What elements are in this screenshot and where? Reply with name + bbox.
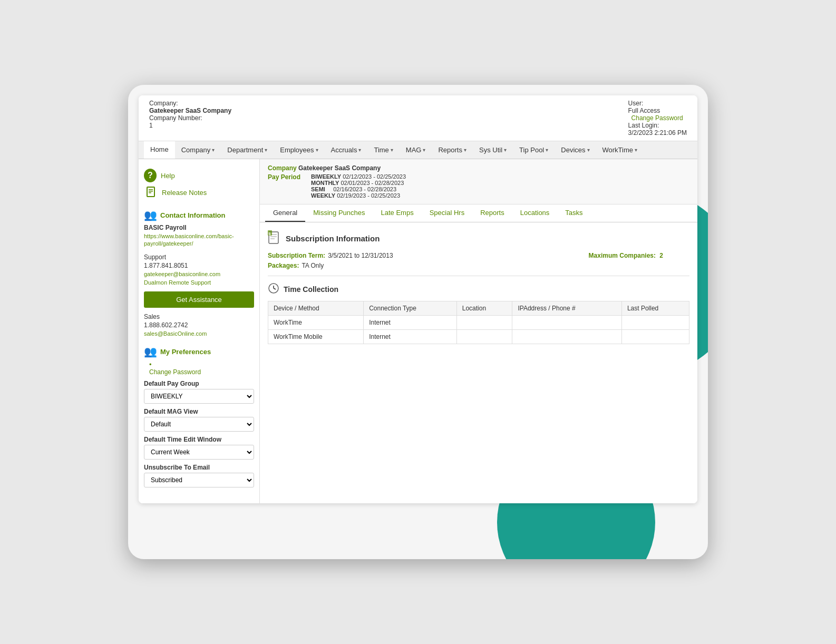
release-notes-icon: [145, 186, 158, 199]
contact-section-title: 👥 Contact Information: [144, 209, 254, 221]
nav-worktime[interactable]: WorkTime ▾: [596, 141, 644, 159]
pay-period-row: Pay Period BIWEEKLY 02/12/2023 - 02/25/2…: [268, 173, 689, 199]
nav-home[interactable]: Home: [144, 141, 175, 159]
nav-devices[interactable]: Devices ▾: [555, 141, 596, 159]
time-collection-table: Device / Method Connection Type Location…: [268, 301, 689, 344]
company-name-top: Gatekeeper SaaS Company: [149, 107, 231, 114]
sidebar-help-link[interactable]: ? Help: [144, 167, 254, 184]
tabs-bar: General Missing Punches Late Emps Specia…: [260, 204, 697, 222]
svg-rect-7: [270, 238, 275, 239]
release-notes-label: Release Notes: [162, 189, 207, 197]
help-icon: ?: [144, 169, 157, 182]
col-location: Location: [456, 301, 512, 316]
subscription-panel: $ Subscription Information Subscription …: [260, 222, 697, 352]
help-label: Help: [161, 172, 175, 180]
nav-employees[interactable]: Employees ▾: [274, 141, 324, 159]
subscription-term-row: Subscription Term: 3/5/2021 to 12/31/201…: [268, 252, 689, 259]
preferences-icon: 👥: [144, 345, 157, 358]
nav-mag[interactable]: MAG ▾: [400, 141, 432, 159]
tab-general[interactable]: General: [265, 204, 305, 222]
default-mag-view-select[interactable]: Default: [144, 417, 254, 432]
sidebar-help-section: ? Help Release No: [144, 167, 254, 201]
cell-location-0: [456, 316, 512, 330]
cell-ip-1: [512, 330, 621, 344]
semi-period: SEMI 02/16/2023 - 02/28/2023: [311, 186, 406, 192]
tab-tasks[interactable]: Tasks: [557, 204, 590, 222]
nav-reports[interactable]: Reports ▾: [432, 141, 473, 159]
svg-rect-0: [147, 187, 154, 197]
basic-payroll-label: BASIC Payroll: [144, 224, 254, 231]
weekly-period: WEEKLY 02/19/2023 - 02/25/2023: [311, 192, 406, 199]
main-content: ? Help Release No: [139, 159, 697, 503]
cell-device-0: WorkTime: [268, 316, 364, 330]
cell-connection-1: Internet: [364, 330, 457, 344]
nav-time[interactable]: Time ▾: [367, 141, 399, 159]
company-bar: Company Gatekeeper SaaS Company Pay Peri…: [260, 159, 697, 204]
default-mag-view-label: Default MAG View: [144, 408, 254, 415]
col-device: Device / Method: [268, 301, 364, 316]
default-time-edit-label: Default Time Edit Window: [144, 436, 254, 443]
cell-last-polled-0: [621, 316, 689, 330]
sidebar-preferences-section: 👥 My Preferences • Change Password Defau…: [144, 345, 254, 487]
col-connection: Connection Type: [364, 301, 457, 316]
table-row: WorkTime Internet: [268, 316, 689, 330]
support-email[interactable]: gatekeeper@basiconline.com: [144, 270, 254, 278]
dualmon-label[interactable]: Dualmon Remote Support: [144, 279, 254, 286]
sidebar-release-notes-link[interactable]: Release Notes: [145, 184, 254, 201]
unsubscribe-email-select[interactable]: Subscribed Unsubscribed: [144, 473, 254, 487]
cell-connection-0: Internet: [364, 316, 457, 330]
change-password-pref-link[interactable]: Change Password: [149, 368, 254, 376]
nav-department[interactable]: Department ▾: [221, 141, 274, 159]
svg-rect-3: [149, 192, 151, 193]
cell-location-1: [456, 330, 512, 344]
default-pay-group-label: Default Pay Group: [144, 380, 254, 387]
tab-locations[interactable]: Locations: [512, 204, 558, 222]
sales-email[interactable]: sales@BasicOnline.com: [144, 330, 254, 337]
basic-payroll-url[interactable]: https://www.basiconline.com/basic-payrol…: [144, 232, 254, 247]
cell-device-1: WorkTime Mobile: [268, 330, 364, 344]
sidebar: ? Help Release No: [139, 159, 260, 503]
time-collection-body: WorkTime Internet WorkTime Mobile Intern…: [268, 316, 689, 344]
navbar: Home Company ▾ Department ▾ Employees ▾ …: [139, 141, 697, 159]
tab-missing-punches[interactable]: Missing Punches: [305, 204, 373, 222]
svg-rect-1: [149, 189, 153, 190]
support-phone: 1.877.841.8051: [144, 262, 254, 269]
nav-accruals[interactable]: Accruals ▾: [325, 141, 368, 159]
sales-phone: 1.888.602.2742: [144, 321, 254, 329]
company-number-info: Company Number: 1: [149, 114, 231, 129]
preferences-section-title: 👥 My Preferences: [144, 345, 254, 358]
nav-tip-pool[interactable]: Tip Pool ▾: [513, 141, 555, 159]
unsubscribe-email-label: Unsubscribe To Email: [144, 464, 254, 471]
cell-ip-0: [512, 316, 621, 330]
table-row: WorkTime Mobile Internet: [268, 330, 689, 344]
col-ip: IPAddress / Phone #: [512, 301, 621, 316]
monthly-period: MONTHLY 02/01/2023 - 02/28/2023: [311, 180, 406, 186]
get-assistance-button[interactable]: Get Assistance: [144, 291, 254, 308]
cell-last-polled-1: [621, 330, 689, 344]
default-pay-group-select[interactable]: BIWEEKLY WEEKLY MONTHLY SEMI: [144, 389, 254, 404]
top-bar: Company: Gatekeeper SaaS Company Company…: [139, 95, 697, 141]
subscription-icon: $: [268, 230, 281, 247]
subscription-title: $ Subscription Information: [268, 230, 689, 247]
subscription-packages-row: Packages: TA Only: [268, 262, 689, 269]
biweekly-period: BIWEEKLY 02/12/2023 - 02/25/2023: [311, 173, 406, 180]
company-info: Company: Gatekeeper SaaS Company: [149, 100, 231, 114]
last-login-info: Last Login: 3/2/2023 2:21:06 PM: [628, 122, 687, 136]
tab-reports[interactable]: Reports: [472, 204, 512, 222]
table-header-row: Device / Method Connection Type Location…: [268, 301, 689, 316]
content-panel: Company Gatekeeper SaaS Company Pay Peri…: [260, 159, 697, 503]
time-collection-title: Time Collection: [268, 282, 689, 296]
user-info: User: Full Access Change Password: [628, 100, 687, 122]
pay-periods: BIWEEKLY 02/12/2023 - 02/25/2023 MONTHLY…: [311, 173, 406, 199]
nav-company[interactable]: Company ▾: [175, 141, 221, 159]
tab-special-hrs[interactable]: Special Hrs: [422, 204, 472, 222]
clock-icon: [268, 282, 279, 296]
tab-late-emps[interactable]: Late Emps: [373, 204, 422, 222]
contact-icon: 👥: [144, 209, 157, 221]
change-password-link[interactable]: Change Password: [631, 114, 683, 122]
section-divider: [268, 276, 689, 276]
svg-rect-2: [149, 191, 153, 192]
default-time-edit-select[interactable]: Current Week Previous Week: [144, 445, 254, 460]
nav-sys-util[interactable]: Sys Util ▾: [473, 141, 513, 159]
svg-text:$: $: [268, 231, 271, 236]
